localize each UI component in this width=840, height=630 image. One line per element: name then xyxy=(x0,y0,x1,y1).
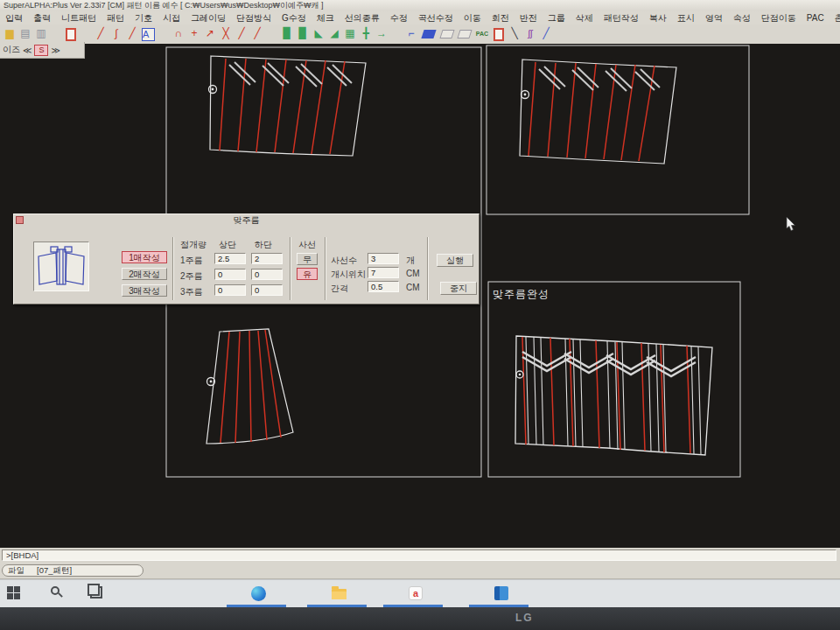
menu-grading[interactable]: 그레이딩 xyxy=(186,11,231,24)
size-prev-arrow[interactable]: ≪ xyxy=(23,46,32,55)
parallelogram-icon[interactable] xyxy=(421,30,436,38)
spacing-input[interactable]: 0.5 xyxy=(368,281,399,292)
sheet-icon[interactable] xyxy=(439,30,454,38)
green-arrow-icon[interactable]: → xyxy=(374,26,389,42)
menu-endpoint-method[interactable]: 단점방식 xyxy=(231,11,276,24)
red-app-icon[interactable]: a xyxy=(409,586,423,600)
pattern-piece-top-left xyxy=(209,56,367,156)
print-icon[interactable]: ▥ xyxy=(33,26,49,42)
menu-output[interactable]: 출력 xyxy=(28,11,56,24)
toolbar-spacer xyxy=(265,34,279,35)
line-tool-icon[interactable]: ╱ xyxy=(93,26,108,42)
cross-tool-icon[interactable]: + xyxy=(186,26,202,42)
file-field[interactable]: 파일 [07_패턴] xyxy=(2,564,144,577)
pleat-3-top-input[interactable]: 0 xyxy=(214,284,246,296)
mouse-cursor xyxy=(786,216,798,232)
size-next-arrow[interactable]: ≫ xyxy=(51,46,60,55)
pattern-block2-icon[interactable]: ▉ xyxy=(295,26,311,42)
curves-purple-icon[interactable]: ʃʃ xyxy=(522,26,538,42)
s-curve-tool-icon[interactable]: ∫ xyxy=(108,26,124,42)
slash-tool-icon[interactable]: ╱ xyxy=(124,26,140,42)
arc-tool-icon[interactable]: ∩ xyxy=(171,26,186,42)
menu-input[interactable]: 입력 xyxy=(0,11,28,24)
pattern-plus-icon[interactable]: ╋ xyxy=(358,26,374,42)
menu-copy[interactable]: 복사 xyxy=(644,11,672,24)
pleat-1-label: 1주름 xyxy=(180,255,203,267)
dialog-separator xyxy=(427,237,429,300)
pleat-2-bottom-input[interactable]: 0 xyxy=(251,269,283,280)
new-doc-icon[interactable] xyxy=(66,28,76,41)
cut-amount-header: 절개량 xyxy=(180,239,206,251)
menu-delete[interactable]: 삭제 xyxy=(570,11,598,24)
start-position-input[interactable]: 7 xyxy=(368,267,399,278)
pac-icon[interactable]: PAC xyxy=(473,26,491,42)
menu-region[interactable]: 영역 xyxy=(700,11,728,24)
curve-dark-icon[interactable]: ╲ xyxy=(507,26,522,42)
execute-button[interactable]: 실행 xyxy=(437,254,473,267)
pleat-1-top-input[interactable]: 2.5 xyxy=(214,253,246,264)
size-value[interactable]: S xyxy=(34,45,48,56)
stop-button[interactable]: 중지 xyxy=(440,282,477,295)
pattern-corner2-icon[interactable]: ◢ xyxy=(326,26,342,42)
sheet2-icon[interactable] xyxy=(457,30,472,38)
edge-browser-icon[interactable] xyxy=(251,586,266,601)
dialog-separator xyxy=(325,237,326,300)
slash-blue-icon[interactable]: ╱ xyxy=(538,26,554,42)
dialog-separator xyxy=(290,237,291,300)
pleat-3-bottom-input[interactable]: 0 xyxy=(251,284,283,296)
move-arrow-icon[interactable]: ↗ xyxy=(202,26,218,42)
menu-g-edit[interactable]: G수정 xyxy=(276,11,312,24)
make-2-button[interactable]: 2매작성 xyxy=(122,268,167,280)
pen2-tool-icon[interactable]: ╱ xyxy=(249,26,265,42)
menu-seam[interactable]: 시접 xyxy=(158,11,186,24)
diagonal-count-input[interactable]: 3 xyxy=(368,253,399,264)
shape-tool-icon[interactable] xyxy=(494,28,504,41)
menu-endpoint-move[interactable]: 단점이동 xyxy=(756,11,802,24)
search-icon[interactable] xyxy=(51,586,65,600)
make-1-button[interactable]: 1매작성 xyxy=(122,251,167,263)
pattern-grid-icon[interactable]: ▦ xyxy=(342,26,358,42)
menu-symbol[interactable]: 기호 xyxy=(130,11,158,24)
menu-flip[interactable]: 반전 xyxy=(514,11,542,24)
folder-icon[interactable]: ▆ xyxy=(2,26,18,42)
pleat-dialog: 맞주름 1매작성 2매작성 3매작성 절개량 상단 하단 1주름 2.5 2 2… xyxy=(13,214,480,304)
pattern-piece-top-right xyxy=(520,60,676,164)
pattern-block-icon[interactable]: ▉ xyxy=(279,26,295,42)
diagonal-count-label: 사선수 xyxy=(331,255,357,267)
diagonal-count-unit: 개 xyxy=(406,255,415,267)
pleat-2-top-input[interactable]: 0 xyxy=(214,269,246,280)
scissors-icon[interactable]: ╳ xyxy=(218,26,234,42)
pleat-1-bottom-input[interactable]: 2 xyxy=(251,253,283,264)
menu-pattern-make[interactable]: 패턴작성 xyxy=(598,11,644,24)
menu-display[interactable]: 표시 xyxy=(672,11,700,24)
menu-check[interactable]: 체크 xyxy=(312,11,340,24)
windows-start-icon[interactable] xyxy=(7,586,20,599)
size-panel: 이즈 ≪ S ≫ xyxy=(0,42,85,59)
save-icon[interactable]: ▤ xyxy=(18,26,33,42)
make-3-button[interactable]: 3매작성 xyxy=(122,284,167,297)
blue-app-icon[interactable] xyxy=(494,586,508,600)
menu-properties[interactable]: 속성 xyxy=(728,11,756,24)
task-view-icon[interactable] xyxy=(90,586,102,598)
pleat-preview-diagram xyxy=(34,242,88,290)
file-explorer-icon[interactable] xyxy=(332,589,346,599)
toolbar-spacer xyxy=(79,34,93,35)
menu-line-type[interactable]: 선의종류 xyxy=(340,11,385,24)
menu-move[interactable]: 이동 xyxy=(458,11,486,24)
pattern-corner-icon[interactable]: ◣ xyxy=(311,26,326,42)
text-tool-icon[interactable]: A xyxy=(142,28,155,41)
command-input[interactable]: >[BHDA] xyxy=(2,550,836,561)
menu-pac[interactable]: PAC xyxy=(802,11,830,24)
diagonal-off-button[interactable]: 무 xyxy=(297,253,318,265)
pen-tool-icon[interactable]: ╱ xyxy=(234,26,249,42)
menu-group[interactable]: 그룹 xyxy=(542,11,570,24)
diagonal-on-button[interactable]: 유 xyxy=(297,268,318,280)
corner-line-icon[interactable]: ⌐ xyxy=(403,26,419,42)
menu-dimension-line[interactable]: 촌법선 xyxy=(830,11,840,24)
menu-knit-pattern[interactable]: 니트패턴 xyxy=(56,11,102,24)
menu-edit[interactable]: 수정 xyxy=(385,11,413,24)
menu-curve-edit[interactable]: 곡선수정 xyxy=(413,11,458,24)
menu-rotate[interactable]: 회전 xyxy=(486,11,514,24)
dialog-system-icon[interactable] xyxy=(16,216,24,224)
menu-pattern[interactable]: 패턴 xyxy=(102,11,130,24)
